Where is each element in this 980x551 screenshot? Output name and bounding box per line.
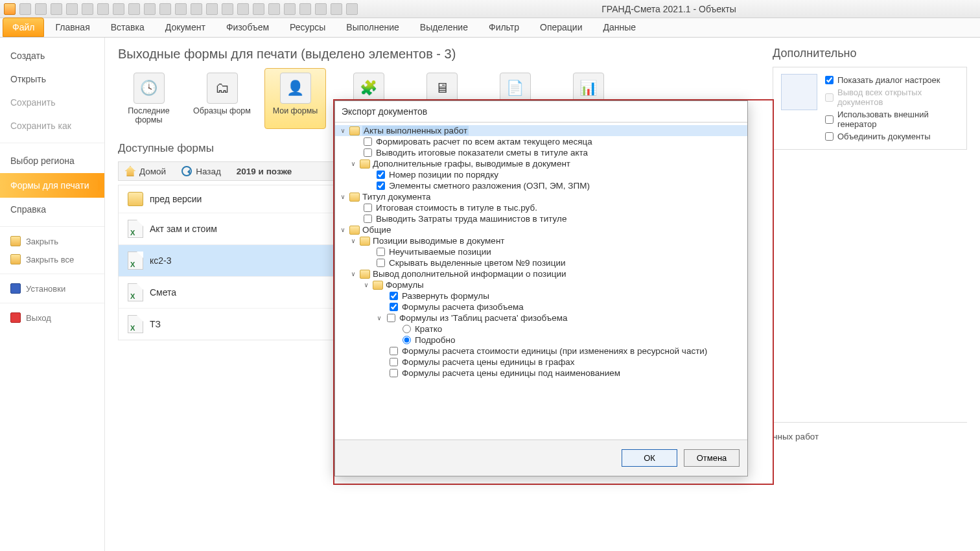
qat-icon[interactable]: [191, 3, 202, 15]
tab-execution[interactable]: Выполнение: [336, 18, 408, 37]
tree-node[interactable]: ∨Акты выполненных работ: [335, 125, 747, 136]
tree-node[interactable]: ∨Позиции выводимые в документ: [335, 235, 747, 246]
tree-leaf[interactable]: Неучитываемые позиции: [335, 246, 747, 257]
tree-node[interactable]: ∨Формулы: [335, 279, 747, 290]
checkbox[interactable]: [825, 115, 834, 124]
form-card-recent[interactable]: Последние формы: [118, 68, 180, 129]
qat-icon[interactable]: [175, 3, 187, 15]
tree-node[interactable]: ∨Вывод дополнительной информации о позиц…: [335, 268, 747, 279]
tree-leaf[interactable]: Выводить итоговые показатели сметы в тит…: [335, 147, 747, 158]
tree-leaf[interactable]: Формулы расчета цены единицы в графах: [335, 357, 747, 368]
tree-leaf[interactable]: Скрывать выделенные цветом №9 позиции: [335, 257, 747, 268]
qat-icon[interactable]: [222, 3, 233, 15]
qat-icon[interactable]: [331, 3, 342, 15]
tab-phys[interactable]: Физобъем: [216, 18, 279, 37]
tab-insert[interactable]: Вставка: [101, 18, 154, 37]
checkbox[interactable]: [377, 248, 385, 256]
qat-icon[interactable]: [346, 3, 358, 15]
qat-icon[interactable]: [284, 3, 296, 15]
tree-node[interactable]: ∨Общие: [335, 224, 747, 235]
tab-selection[interactable]: Выделение: [410, 18, 478, 37]
collapse-icon[interactable]: ∨: [349, 160, 357, 167]
collapse-icon[interactable]: ∨: [339, 127, 347, 134]
tree-leaf[interactable]: Итоговая стоимость в титуле в тыс.руб.: [335, 202, 747, 213]
opt-merge-docs[interactable]: Объединить документы: [825, 130, 959, 143]
tree-leaf[interactable]: Кратко: [335, 323, 747, 334]
opt-show-dialog[interactable]: Показать диалог настроек: [825, 74, 959, 86]
checkbox[interactable]: [377, 170, 385, 179]
checkbox[interactable]: [390, 347, 398, 355]
qat-icon[interactable]: [35, 3, 47, 15]
qat-icon[interactable]: [299, 3, 311, 15]
tree-node[interactable]: ∨Формулы из 'Таблиц расчета' физобъема: [335, 312, 747, 323]
ok-button[interactable]: ОК: [622, 449, 677, 467]
tree-leaf[interactable]: Формировать расчет по всем актам текущег…: [335, 136, 747, 147]
qat-icon[interactable]: [97, 3, 109, 15]
opt-external-gen[interactable]: Использовать внешний генератор: [825, 108, 959, 130]
checkbox[interactable]: [364, 137, 372, 146]
collapse-icon[interactable]: ∨: [375, 314, 383, 322]
checkbox[interactable]: [377, 259, 385, 267]
qat-icon[interactable]: [82, 3, 93, 15]
checkbox[interactable]: [364, 204, 372, 212]
bs-close-all[interactable]: Закрыть все: [0, 250, 104, 268]
tree-node[interactable]: ∨Титул документа: [335, 191, 747, 202]
tab-data[interactable]: Данные: [594, 18, 646, 37]
tab-resources[interactable]: Ресурсы: [280, 18, 335, 37]
tab-filter[interactable]: Фильтр: [479, 18, 529, 37]
checkbox[interactable]: [390, 292, 398, 300]
bs-create[interactable]: Создать: [0, 44, 104, 67]
qat-icon[interactable]: [237, 3, 249, 15]
bs-save-as[interactable]: Сохранить как: [0, 114, 104, 137]
tree-leaf[interactable]: Элементы сметного разложения (ОЗП, ЭМ, З…: [335, 180, 747, 191]
tab-file[interactable]: Файл: [3, 18, 44, 37]
collapse-icon[interactable]: ∨: [349, 270, 357, 277]
qat-icon[interactable]: [66, 3, 78, 15]
radio[interactable]: [402, 336, 411, 344]
checkbox[interactable]: [390, 369, 398, 377]
qat-icon[interactable]: [268, 3, 280, 15]
bs-region[interactable]: Выбор региона: [0, 148, 104, 173]
qat-icon[interactable]: [253, 3, 264, 15]
tree-leaf[interactable]: Подробно: [335, 334, 747, 346]
qat-icon[interactable]: [206, 3, 218, 15]
qat-icon[interactable]: [128, 3, 140, 15]
bs-save[interactable]: Сохранить: [0, 91, 104, 114]
tab-home[interactable]: Главная: [45, 18, 99, 37]
tree-leaf[interactable]: Формулы расчета стоимости единицы (при и…: [335, 346, 747, 357]
nav-back[interactable]: Назад: [181, 166, 221, 176]
collapse-icon[interactable]: ∨: [339, 226, 347, 233]
checkbox[interactable]: [825, 76, 834, 84]
collapse-icon[interactable]: ∨: [362, 281, 370, 288]
tree-leaf[interactable]: Формулы расчета цены единицы под наимено…: [335, 368, 747, 379]
tree-leaf[interactable]: Номер позиции по порядку: [335, 169, 747, 180]
bs-exit[interactable]: Выход: [0, 309, 104, 327]
tab-operations[interactable]: Операции: [530, 18, 592, 37]
qat-icon[interactable]: [51, 3, 62, 15]
form-card-samples[interactable]: Образцы форм: [191, 68, 253, 129]
checkbox[interactable]: [390, 358, 398, 366]
radio[interactable]: [402, 325, 411, 333]
bs-open[interactable]: Открыть: [0, 67, 104, 91]
checkbox[interactable]: [387, 314, 395, 322]
tab-document[interactable]: Документ: [156, 18, 215, 37]
opt-output-all[interactable]: Вывод всех открытых документов: [825, 86, 959, 108]
bs-close[interactable]: Закрыть: [0, 232, 104, 250]
tree-leaf[interactable]: Формулы расчета физобъема: [335, 301, 747, 312]
checkbox[interactable]: [377, 182, 385, 190]
bs-settings[interactable]: Установки: [0, 279, 104, 298]
checkbox[interactable]: [390, 303, 398, 311]
checkbox[interactable]: [364, 148, 372, 157]
tree-leaf[interactable]: Развернуть формулы: [335, 290, 747, 301]
checkbox[interactable]: [825, 132, 834, 141]
qat-icon[interactable]: [315, 3, 327, 15]
checkbox[interactable]: [364, 215, 372, 223]
cancel-button[interactable]: Отмена: [684, 449, 740, 467]
qat-icon[interactable]: [19, 3, 31, 15]
collapse-icon[interactable]: ∨: [349, 237, 357, 244]
tree-node[interactable]: ∨Дополнительные графы, выводимые в докум…: [335, 158, 747, 169]
form-card-my[interactable]: Мои формы: [264, 68, 326, 129]
tree-leaf[interactable]: Выводить Затраты труда машинистов в титу…: [335, 213, 747, 224]
qat-icon[interactable]: [113, 3, 124, 15]
nav-home[interactable]: Домой: [125, 166, 166, 176]
